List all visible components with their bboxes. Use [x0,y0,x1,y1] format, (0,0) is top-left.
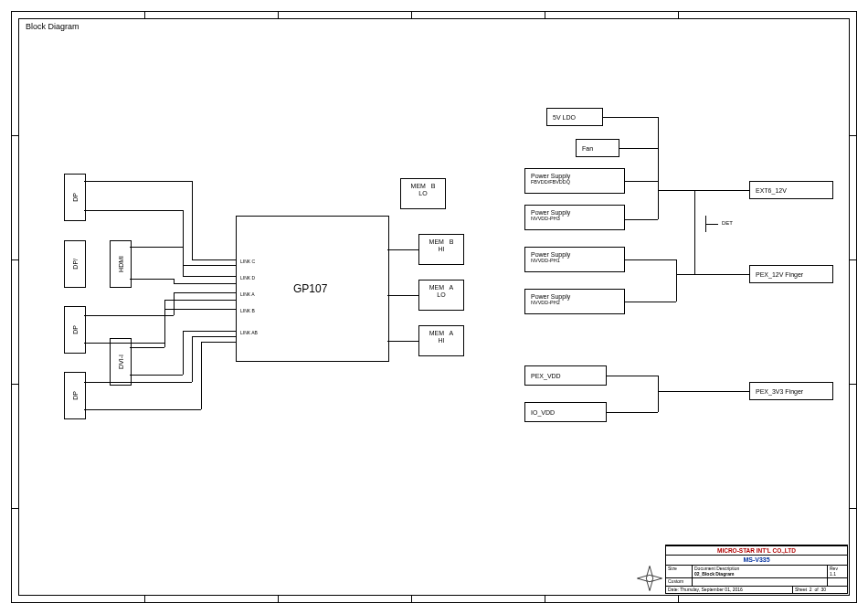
ruler-tick [678,596,679,603]
tb-date-label: Date: [668,587,679,592]
wire [658,376,659,412]
wire [603,117,658,118]
wire [625,302,676,302]
tb-sheet-label: Sheet [795,587,807,592]
tb-custom-label: Custom [666,578,692,586]
wire [164,300,236,301]
wire [387,249,418,250]
wire [164,309,236,310]
gpu-pin: LINK AB [240,330,258,335]
wire [130,347,164,348]
mem-b-lo: MEM BLO [400,178,446,209]
svg-point-1 [646,575,653,582]
tb-size-label: Size [666,566,692,577]
tb-company: MICRO-STAR INT'L CO.,LTD [666,546,847,555]
mem-a-hi: MEM AHI [418,325,464,356]
ruler-tick [411,596,412,603]
wire [183,265,236,266]
gpu-pin: LINK A [240,291,255,297]
ldo-5v: 5V LDO [546,108,603,126]
wire [694,190,695,274]
wire [183,276,236,277]
mem-a-lo: MEM ALO [418,280,464,311]
ruler-tick [545,596,545,603]
ruler-tick [11,135,18,136]
wire [676,274,694,275]
ruler-tick [411,11,412,18]
wire [174,292,236,293]
wire [607,376,658,376]
conn-dp-3: DP [64,372,86,419]
company-logo-icon [635,564,664,593]
wire [183,331,236,332]
wire [84,210,183,211]
wire [658,117,659,219]
wire [705,224,718,225]
rail-pex-3v3: PEX_3V3 Finger [749,382,833,400]
ruler-tick [850,508,857,509]
ruler-tick [278,11,279,18]
wire [625,259,676,260]
wire [183,247,184,276]
ruler-tick [144,596,145,603]
tb-of: 30 [820,587,826,592]
wire [84,343,164,344]
wire [625,181,658,182]
wire [130,279,174,280]
gpu-pin: LINK C [240,259,255,264]
gpu-block: GP107 LINK C LINK D LINK A LINK B LINK A… [236,216,389,362]
det-label: DET [722,220,733,226]
wire [676,259,677,302]
ruler-tick [545,11,545,18]
ruler-tick [11,384,18,385]
wire [130,247,183,248]
wire [174,283,236,284]
tb-of-label: of [814,587,818,592]
fan: Fan [576,139,619,157]
conn-dp-1: DP [64,174,86,221]
ruler-tick [678,11,679,18]
gpu-pin: LINK D [240,275,255,281]
wire [192,336,193,382]
schematic-sheet: Block Diagram DP DP/ HDMI DP DVI-I DP GP… [0,0,868,614]
tb-date: Thursday, September 01, 2016 [680,587,743,592]
wire [694,190,749,191]
ps-nvvdd-ph1: Power SupplyNVVDD-PH1 [524,247,625,272]
wire [201,342,236,343]
wire [84,181,192,182]
gpu-label: GP107 [293,282,327,295]
page-title: Block Diagram [26,22,79,31]
rail-pex-12v: PEX_12V Finger [749,265,833,283]
wire [84,409,201,410]
wire [164,309,165,347]
conn-dvi-i: DVI-I [110,338,132,386]
ruler-tick [11,508,18,509]
wire [694,274,749,275]
conn-hdmi: HDMI [110,240,132,288]
wire [130,375,183,376]
mem-b-hi: MEM BHI [418,234,464,265]
io-vdd: IO_VDD [524,402,607,422]
conn-dp-hdmi-left: DP/ [64,240,86,288]
wire [192,336,236,337]
wire [174,292,175,315]
pex-vdd: PEX_VDD [524,365,607,386]
wire [658,391,749,392]
wire [625,219,658,220]
wire [619,148,658,149]
wire [84,315,174,316]
rail-ext6-12v: EXT6_12V [749,181,833,199]
svg-marker-0 [638,566,662,591]
wire [607,412,658,413]
tb-rev: 1.1 [830,571,836,577]
tb-board: MS-V335 [666,556,847,565]
wire [658,190,694,191]
ps-nvvdd-ph3: Power SupplyNVVDD-PH3 [524,205,625,230]
gpu-pin: LINK B [240,308,255,313]
wire [387,341,418,342]
ruler-tick [850,384,857,385]
tb-docdesc: 02_Block Diagram [694,571,734,577]
ps-nvvdd-ph2: Power SupplyNVVDD-PH2 [524,289,625,314]
ps-fbvdd: Power SupplyFBVDD/FBVDDQ [524,168,625,194]
wire [84,382,192,383]
